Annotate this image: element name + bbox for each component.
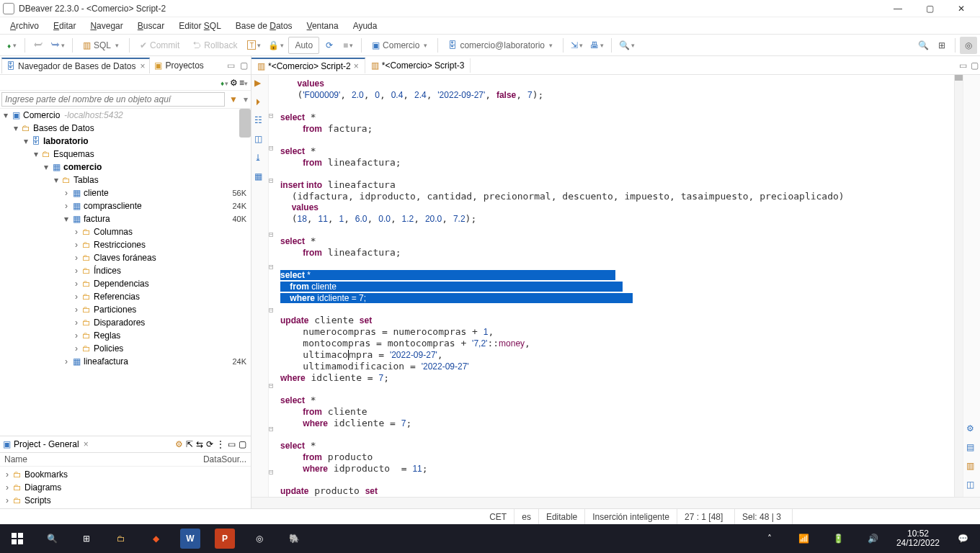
variables-icon[interactable]: ◫ [966,480,978,491]
panel-icon[interactable]: ▤ [966,442,978,454]
overview-ruler[interactable] [954,75,963,497]
minimize-button[interactable]: ― [882,0,914,17]
tree-folder[interactable]: ›🗀Índices [0,264,251,277]
sql-editor-button[interactable]: ▥SQL▾ [77,37,125,54]
tree-folder[interactable]: ›🗀Reglas [0,329,251,342]
tree-table[interactable]: ›▦lineafactura 24K [0,355,251,368]
tree-folder[interactable]: ›🗀Columnas [0,225,251,238]
close-icon[interactable]: × [84,439,89,449]
explain-icon[interactable]: ☷ [254,115,266,127]
tree-folder[interactable]: ›🗀Restricciones [0,238,251,251]
load-icon[interactable]: ▦ [254,171,266,183]
new-connection-button[interactable]: ⬧▾ [3,37,20,54]
connect-icon[interactable]: ⬧▾ [220,78,228,88]
maximize-view-icon[interactable]: ▢ [238,60,249,71]
tree-folder[interactable]: ›🗀Claves foráneas [0,251,251,264]
script-icon[interactable]: ▥ [966,461,978,472]
tree-databases[interactable]: ▾🗀Bases de Datos [0,122,251,135]
nav-search-input[interactable] [1,92,225,107]
project-item[interactable]: ›🗀Diagrams [0,481,251,494]
taskbar-clock[interactable]: 10:52 24/12/2022 [891,529,945,548]
database-selector[interactable]: 🗄comercio@laboratorio▾ [442,37,558,54]
volume-icon[interactable]: 🔊 [856,524,891,553]
battery-icon[interactable]: 🔋 [821,524,856,553]
sql-editor[interactable]: ⊟ ⊟ ⊟ ⊟ ⊟ ⊟ ⊟ ⊟ ⊟ values ('F000009', 2.0… [269,75,963,497]
editor-tab[interactable]: ▥ *<Comercio> Script-2 × [251,58,365,73]
pg-icon[interactable]: 🐘 [277,524,311,553]
gear-icon[interactable]: ⚙ [175,439,183,449]
explorer-icon[interactable]: 🗀 [104,524,138,553]
menu-ayuda[interactable]: Ayuda [347,19,383,32]
search-button[interactable]: 🔍▾ [616,37,638,54]
menu-editar[interactable]: Editar [48,19,81,32]
tree-schemas[interactable]: ▾🗀Esquemas [0,148,251,161]
tree-table[interactable]: ›▦cliente 56K [0,186,251,199]
nav-fwd-button[interactable]: ⮩▾ [48,37,68,54]
menu-navegar[interactable]: Navegar [84,19,128,32]
auto-commit-toggle[interactable]: Auto [288,37,319,54]
stop-button[interactable]: ■▾ [339,37,357,54]
tree-table[interactable]: ›▦comprascliente 24K [0,199,251,212]
commit-button[interactable]: ✔Commit [134,37,185,54]
filter-menu-icon[interactable]: ▾ [241,94,251,104]
tree-connection[interactable]: ▾▣ Comercio - localhost:5432 [0,109,251,122]
min-icon[interactable]: ▭ [228,439,236,449]
tree-folder[interactable]: ›🗀Policies [0,342,251,355]
wifi-icon[interactable]: 📶 [787,524,821,553]
obs-icon[interactable]: ◎ [242,524,277,553]
tab-db-navigator[interactable]: 🗄 Navegador de Bases de Datos × [1,58,150,73]
code-content[interactable]: values ('F000009', 2.0, 0, 0.4, 2.4, '20… [280,78,845,497]
brave-icon[interactable]: ◆ [138,524,173,553]
close-icon[interactable]: × [354,61,359,71]
menu-base-de-datos[interactable]: Base de Datos [230,19,298,32]
fold-gutter[interactable]: ⊟ ⊟ ⊟ ⊟ ⊟ ⊟ ⊟ ⊟ ⊟ [269,78,279,497]
execute-icon[interactable]: ▶ [254,78,266,89]
menu-buscar[interactable]: Buscar [132,19,170,32]
tree-menu-icon[interactable]: ≡▾ [239,78,248,88]
horizontal-scrollbar[interactable] [251,497,980,508]
tx-mode-button[interactable]: 🅃▾ [244,37,264,54]
tree-tables[interactable]: ▾🗀Tablas [0,174,251,186]
min-icon[interactable]: ▭ [957,60,968,71]
tree-database[interactable]: ▾🗄laboratorio [0,135,251,148]
tx-lock-button[interactable]: 🔒▾ [265,37,287,54]
link-icon[interactable]: ⇆ [196,439,203,449]
project-item[interactable]: ›🗀Bookmarks [0,468,251,481]
close-button[interactable]: ✕ [945,0,977,17]
nav-back-button[interactable]: ⮨ [30,37,47,54]
export-button[interactable]: ⇲▾ [568,37,586,54]
tree-schema[interactable]: ▾▦comercio [0,161,251,174]
close-icon[interactable]: × [140,61,145,71]
plan-icon[interactable]: ◫ [254,134,266,145]
menu-icon[interactable]: ⋮ [216,439,225,449]
find-global-button[interactable]: 🔍 [914,37,932,54]
config-icon[interactable]: ⚙ [230,78,238,88]
execute-script-icon[interactable]: ⏵ [254,96,266,108]
tree-folder[interactable]: ›🗀Disparadores [0,316,251,329]
dbeaver-perspective-icon[interactable]: ◎ [960,37,977,54]
notifications-icon[interactable]: 💬 [945,524,980,553]
project-item[interactable]: ›🗀Scripts [0,494,251,507]
tree-folder[interactable]: ›🗀Referencias [0,290,251,303]
rollback-button[interactable]: ⮌Rollback [187,37,243,54]
editor-tab[interactable]: ▥ *<Comercio> Script-3 [365,58,471,73]
perspective-button[interactable]: ⊞ [933,37,950,54]
menu-archivo[interactable]: Archivo [4,19,45,32]
export-icon[interactable]: ⤓ [254,153,266,164]
filter-icon[interactable]: ▼ [226,94,241,104]
connection-selector[interactable]: ▣Comercio▾ [366,37,433,54]
tab-projects[interactable]: ▣ Proyectos [150,58,208,73]
print-button[interactable]: 🖶▾ [587,37,607,54]
task-view-icon[interactable]: ⊞ [69,524,104,553]
tree-folder[interactable]: ›🗀Particiones [0,303,251,316]
refresh-button[interactable]: ⟳ [321,37,338,54]
refresh-icon[interactable]: ⟳ [206,439,213,449]
project-tree[interactable]: ›🗀Bookmarks ›🗀Diagrams ›🗀Scripts [0,467,251,508]
powerpoint-icon[interactable]: P [215,529,235,549]
tree-folder[interactable]: ›🗀Dependencias [0,277,251,290]
collapse-icon[interactable]: ⇱ [186,439,193,449]
tray-chevron-icon[interactable]: ˄ [752,524,787,553]
minimize-view-icon[interactable]: ▭ [225,60,236,71]
tree-table[interactable]: ▾▦factura 40K [0,212,251,225]
start-button[interactable] [0,524,35,553]
